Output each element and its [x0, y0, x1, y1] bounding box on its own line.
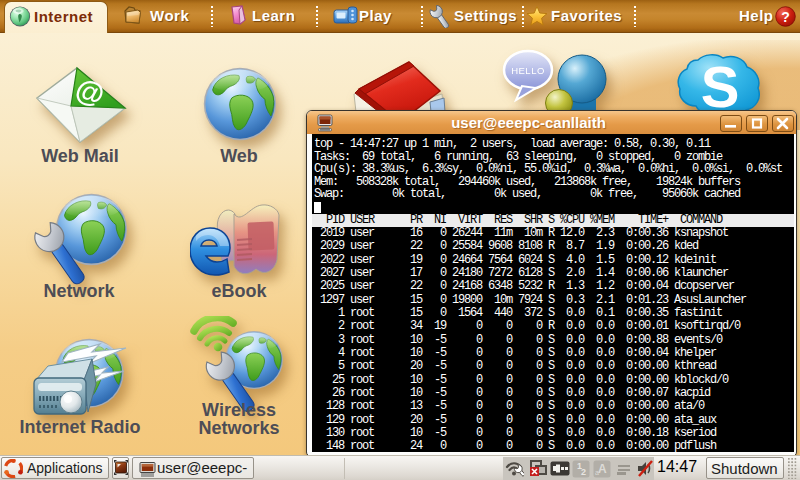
svg-text:?: ? — [781, 9, 790, 25]
svg-text:S: S — [701, 54, 740, 111]
svg-text:HELLO: HELLO — [511, 65, 545, 76]
svg-text:2: 2 — [581, 467, 586, 477]
svg-text:a: a — [595, 469, 599, 476]
svg-text:A: A — [598, 462, 607, 476]
